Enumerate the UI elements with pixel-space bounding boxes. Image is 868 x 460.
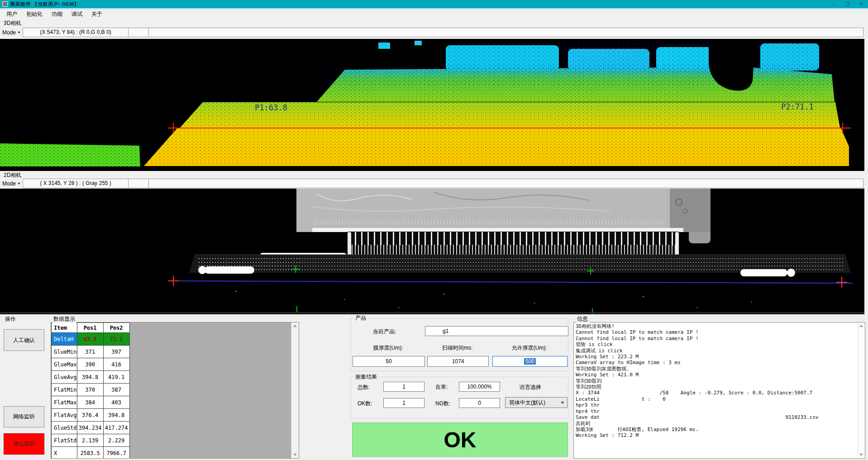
table-cell: 2.229 — [103, 434, 129, 447]
table-row-flatmax[interactable]: FlatMax 384 403 — [52, 396, 130, 409]
menu-item-user[interactable]: 用户 — [2, 10, 22, 18]
app-window: { "window": { "title": "测高程序 【当前用户: OEM】… — [0, 0, 868, 460]
menu-item-init[interactable]: 初始化 — [22, 10, 47, 18]
table-row-x[interactable]: X 2583.5 7966.7 — [52, 447, 130, 459]
manual-confirm-button[interactable]: 人工确认 — [4, 329, 44, 351]
table-cell: 376.4 — [77, 409, 103, 422]
ng-count-label: NG数: — [435, 400, 450, 408]
log-line: 等到3D取到灰度图数据。 — [576, 366, 857, 372]
menu-item-debug[interactable]: 调试 — [67, 10, 87, 18]
log-line: 等到2D拍照 — [576, 384, 857, 390]
camera2d-status-box-2 — [149, 179, 863, 188]
measurement-group-label: 测量结果 — [354, 373, 378, 381]
table-cell: X — [52, 447, 77, 459]
menu-item-about[interactable]: 关于 — [87, 10, 107, 18]
camera2d-status-box — [129, 179, 149, 188]
column-header-pos2[interactable]: Pos2 — [103, 323, 129, 333]
camera3d-status-box-2 — [149, 28, 863, 37]
app-icon — [2, 1, 8, 7]
log-line: hpr3 thr — [576, 402, 857, 408]
result-text: OK — [444, 427, 477, 452]
table-row-flatmin[interactable]: FlatMin 370 387 — [52, 384, 130, 396]
table-row-glueavg[interactable]: GlueAvg 394.8 419.1 — [52, 371, 130, 384]
scroll-up-icon[interactable] — [859, 325, 863, 327]
log-line: Save dat 9110233.csv — [576, 414, 857, 420]
title-bar: 测高程序 【当前用户: OEM】 – ❐ ✕ — [0, 0, 868, 8]
current-product-label: 当前产品: — [373, 328, 396, 336]
camera3d-mode-button[interactable]: Mode — [0, 28, 23, 37]
ok-count-input[interactable]: 1 — [383, 398, 424, 408]
table-cell: GlueMin — [52, 346, 77, 358]
allow-thickness-input[interactable]: 500 — [492, 356, 568, 367]
table-cell: 2.139 — [77, 434, 103, 447]
window-controls: – ❐ ✕ — [827, 0, 868, 8]
scroll-down-icon[interactable] — [293, 454, 297, 456]
total-label: 总数: — [358, 384, 370, 391]
log-line: 等到3D取到 — [576, 378, 857, 384]
table-row-deltah[interactable]: DeltaH 63.8 71.1 — [52, 333, 130, 346]
table-row-gluemax[interactable]: GlueMax 390 416 — [52, 358, 130, 371]
table-cell: 387 — [103, 384, 129, 396]
log-scrollbar[interactable] — [858, 322, 865, 458]
scroll-down-icon[interactable] — [859, 454, 863, 456]
scan-time-input[interactable]: 1074 — [427, 356, 489, 367]
table-cell: FlatStd — [52, 434, 77, 447]
camera3d-label: 3D相机 — [4, 19, 21, 27]
result-indicator: OK — [352, 422, 568, 457]
chevron-down-icon — [18, 32, 20, 33]
camera2d-view[interactable] — [0, 189, 864, 314]
film-thickness-input[interactable]: 50 — [353, 356, 425, 367]
camera3d-mode-bar: Mode (X 5473, Y 84) : (R 0,G 0,B 0) — [0, 27, 864, 38]
dropdown-arrow-icon — [561, 402, 564, 404]
data-display-panel: Item Pos1 Pos2 DeltaH 63.8 71.1 GlueMin … — [51, 322, 299, 459]
table-cell: GlueMax — [52, 358, 77, 371]
ng-count-input[interactable]: 0 — [459, 398, 500, 408]
table-row-gluestd[interactable]: GlueStd 394.234 417.274 — [52, 422, 130, 434]
language-label: 语言选择 — [520, 384, 560, 391]
column-header-item[interactable]: Item — [52, 323, 77, 333]
log-line: 集成调试 is click — [576, 348, 857, 354]
language-select[interactable]: 简体中文(默认) — [505, 397, 568, 408]
table-cell: 394.234 — [77, 422, 103, 434]
yield-input[interactable]: 100.000% — [459, 382, 500, 392]
log-line: 3D相机没有网络! — [576, 323, 857, 329]
camera2d-mode-button[interactable]: Mode — [0, 179, 23, 188]
stop-listen-button[interactable]: 停止监听 — [4, 433, 44, 455]
table-cell: FlatAvg — [52, 409, 77, 422]
table-cell: 63.8 — [77, 333, 103, 346]
table-header-row: Item Pos1 Pos2 — [52, 323, 130, 333]
camera2d-label: 2D相机 — [4, 171, 21, 179]
log-line: 登陆 is click — [576, 341, 857, 347]
table-cell: 384 — [77, 396, 103, 409]
log-line: Working Set : 712.2 M — [576, 432, 857, 438]
column-header-pos1[interactable]: Pos1 — [77, 323, 103, 333]
menu-item-function[interactable]: 功能 — [47, 10, 67, 18]
window-title: 测高程序 【当前用户: OEM】 — [10, 1, 79, 8]
table-cell: 417.274 — [103, 422, 129, 434]
total-input[interactable]: 1 — [383, 382, 424, 392]
measurement-panel: 总数: 1 良率: 100.000% 语言选择 OK数: 1 NG数: 0 简体… — [351, 377, 568, 418]
minimize-button[interactable]: – — [827, 0, 841, 8]
table-cell: DeltaH — [52, 333, 77, 346]
data-display-label: 数据显示 — [52, 315, 76, 323]
log-line: 加载3张 行AOI检查, Elapsed 19296 ms. — [576, 427, 857, 432]
network-listen-button[interactable]: 网络监听 — [4, 406, 44, 427]
camera2d-mode-button-label: Mode — [2, 180, 16, 187]
current-product-input[interactable]: g1 — [425, 326, 568, 336]
measurement-table[interactable]: Item Pos1 Pos2 DeltaH 63.8 71.1 GlueMin … — [51, 322, 130, 459]
table-scrollbar[interactable] — [291, 322, 299, 458]
scroll-up-icon[interactable] — [293, 325, 297, 327]
product-panel: 当前产品: g1 膜厚度(Um): 扫描时间ms: 允许厚度(Um): 50 1… — [351, 318, 568, 371]
table-cell: FlatMin — [52, 384, 77, 396]
camera2d-mode-bar: Mode ( X 3145, Y 28 ) : ( Gray 255 ) — [0, 179, 864, 188]
table-row-flatstd[interactable]: FlatStd 2.139 2.229 — [52, 434, 130, 447]
log-line: Working Set : 421.0 M — [576, 372, 857, 378]
camera3d-view[interactable]: P1:63.8 P2:71.1 — [0, 39, 864, 171]
table-row-gluemin[interactable]: GlueMin 371 397 — [52, 346, 130, 358]
close-button[interactable]: ✕ — [854, 0, 868, 8]
maximize-button[interactable]: ❐ — [841, 0, 854, 8]
camera3d-pixel-readout: (X 5473, Y 84) : (R 0,G 0,B 0) — [23, 28, 129, 37]
info-log-panel[interactable]: 3D相机没有网络! Cannot find local IP to match … — [573, 322, 865, 459]
table-row-flatavg[interactable]: FlatAvg 376.4 394.8 — [52, 409, 130, 422]
camera3d-status-box — [129, 28, 149, 37]
